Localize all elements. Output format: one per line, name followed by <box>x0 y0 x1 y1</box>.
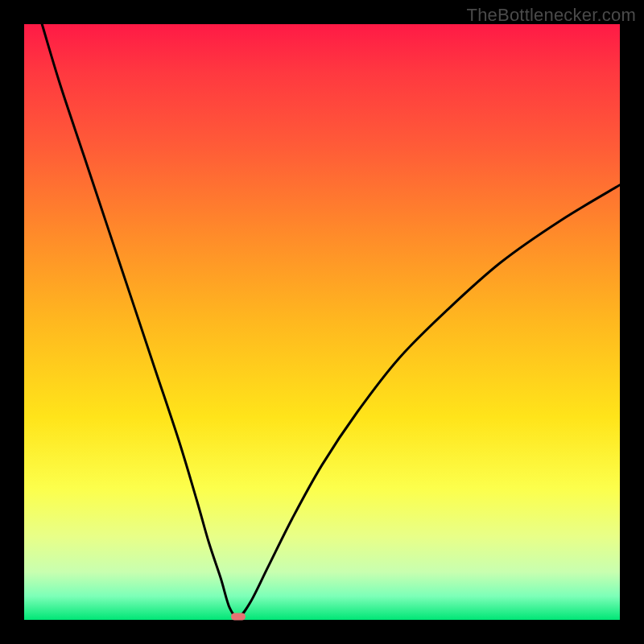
bottleneck-curve <box>24 24 620 620</box>
chart-frame <box>24 24 620 620</box>
minimum-marker <box>231 613 246 621</box>
watermark-text: TheBottlenecker.com <box>467 5 636 26</box>
